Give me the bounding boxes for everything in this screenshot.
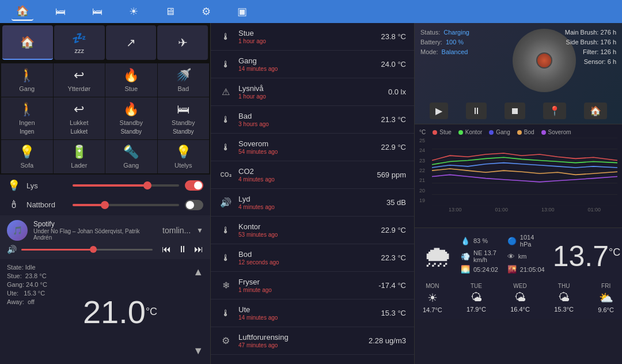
next-button[interactable]: ⏭ [194, 244, 203, 255]
sensor-co2-icon: CO₂ [219, 172, 233, 178]
room-lukket-status: Lukket [71, 128, 88, 135]
room-bad[interactable]: 🚿 Bad [158, 63, 210, 97]
sleep-icon: 💤 [72, 31, 86, 45]
pause-button[interactable]: ⏸ [178, 244, 187, 255]
room-ingen-status: Ingen [20, 128, 34, 135]
room-standby1-status: Standby [120, 128, 142, 135]
sensor-luft-icon: ⚙ [219, 335, 233, 346]
lys-slider[interactable] [73, 184, 179, 187]
sensor-bod[interactable]: 🌡 Bod 12 seconds ago 22.3 °C [211, 244, 414, 272]
music-user[interactable]: tomlin... [162, 226, 191, 235]
room-standby1[interactable]: 🔥 Standby Standby [105, 97, 157, 139]
control-lys: 💡 Lys [7, 179, 203, 192]
room-ytterdor-icon: ↩ [74, 68, 84, 83]
volume-slider[interactable] [21, 249, 153, 251]
nattbord-slider[interactable] [73, 204, 179, 206]
room-gang-label: Gang [19, 85, 35, 92]
sensor-ute[interactable]: 🌡 Ute 14 minutes ago 15.3 °C [211, 299, 414, 327]
robot-pause[interactable]: ⏸ [466, 103, 487, 119]
room-bad-icon: 🚿 [176, 68, 191, 83]
prev-button[interactable]: ⏮ [162, 244, 171, 255]
nav-settings[interactable]: ⚙ [197, 3, 215, 20]
nav-brightness[interactable]: ☀ [124, 3, 143, 20]
chart-svg [432, 138, 617, 206]
sensor-kontor[interactable]: 🌡 Kontor 53 minutes ago 22.9 °C [211, 217, 414, 244]
room-ingen[interactable]: 🚶 Ingen Ingen [1, 97, 53, 139]
room-gang[interactable]: 🚶 Gang [1, 63, 53, 97]
room-ytterdor-label: Ytterdør [67, 85, 90, 92]
room-sofa-icon: 💡 [19, 145, 35, 160]
robot-button[interactable] [536, 52, 552, 69]
sensor-stue-info: Stue 1 hour ago [238, 29, 375, 44]
room-utelys[interactable]: 💡 Utelys [158, 140, 210, 173]
sensor-gang-info: Gang 14 minutes ago [238, 56, 375, 72]
nav-display[interactable]: 🖥 [160, 3, 180, 20]
music-title: Under No Flag – Johan Söderqvist, Patrik… [33, 228, 157, 241]
sensor-co2[interactable]: CO₂ CO2 4 minutes ago 569 ppm [211, 161, 414, 189]
room-gang2-icon: 🔦 [123, 145, 139, 160]
plane-icon: ✈ [178, 36, 188, 50]
controls-section: 💡 Lys 🕯 Nattbord [0, 175, 210, 215]
nav-down[interactable]: ▼ [193, 345, 203, 357]
nav-up[interactable]: ▲ [193, 266, 203, 278]
room-stue[interactable]: 🔥 Stue [105, 63, 157, 97]
lys-toggle[interactable] [185, 180, 203, 191]
music-player: 🎵 Spotify Under No Flag – Johan Söderqvi… [0, 215, 210, 259]
sensor-gang[interactable]: 🌡 Gang 14 minutes ago 24.0 °C [211, 51, 414, 78]
room-standby2[interactable]: 🛏 Standby Standby [158, 97, 210, 139]
music-avatar: 🎵 [7, 220, 28, 241]
mode-away[interactable]: ↗ [106, 25, 157, 60]
wind-time: 05:24:02 [473, 266, 498, 273]
mode-buttons: 🏠 💤 zzz ↗ ✈ [0, 23, 210, 62]
room-ytterdor[interactable]: ↩ Ytterdør [54, 63, 105, 97]
sensor-lyd[interactable]: 🔊 Lyd 4 minutes ago 35 dB [211, 189, 414, 217]
robot-controls: ▶ ⏸ ⏹ 📍 🏠 [420, 103, 616, 119]
right-panel: Status: Charging Battery: 100 % Mode: Ba… [415, 23, 622, 364]
weather-details: 💧 83 % 🔵 1014 hPa 💨 NE 13.7 km/h 👁 [461, 234, 545, 274]
sensor-bod-info: Bod 12 seconds ago [238, 250, 375, 266]
chart-legend: °C Stue Kontor Gang Bod [419, 129, 617, 135]
robot-vacuum: Status: Charging Battery: 100 % Mode: Ba… [415, 23, 622, 124]
sensor-soverom[interactable]: 🌡 Soverom 54 minutes ago 22.9 °C [211, 134, 414, 161]
room-lader[interactable]: 🔋 Lader [54, 140, 105, 173]
robot-stop[interactable]: ⏹ [505, 103, 525, 119]
sensor-fryser[interactable]: ❄ Fryser 1 minute ago -17.4 °C [211, 272, 414, 299]
robot-locate[interactable]: 📍 [543, 103, 566, 119]
status-stue: Stue: 23.8 °C [7, 272, 47, 279]
room-lader-icon: 🔋 [71, 145, 87, 160]
robot-play[interactable]: ▶ [430, 103, 448, 119]
room-sofa[interactable]: 💡 Sofa [1, 140, 53, 173]
sensor-lysniva-icon: ⚠ [219, 86, 233, 97]
sensor-stue[interactable]: 🌡 Stue 1 hour ago 23.8 °C [211, 23, 414, 51]
mode-vacation[interactable]: ✈ [157, 25, 208, 60]
nattbord-icon: 🕯 [7, 199, 21, 211]
room-lukket[interactable]: ↩ Lukket Lukket [54, 97, 105, 139]
sensor-lysniva[interactable]: ⚠ Lysnivå 1 hour ago 0.0 lx [211, 78, 414, 106]
sensor-luft[interactable]: ⚙ Luftforurensing 47 minutes ago 2.28 ug… [211, 327, 414, 355]
nav-extra[interactable]: ▣ [233, 3, 252, 20]
sensor-lyd-info: Lyd 4 minutes ago [238, 195, 381, 210]
room-ingen-label: Ingen [19, 119, 35, 126]
room-lukket-label: Lukket [70, 119, 88, 126]
chart-area: 25242322212019 [419, 138, 617, 213]
legend-stue: Stue [433, 129, 452, 135]
expand-icon[interactable]: ▼ [196, 226, 203, 234]
wind-value: NE 13.7 km/h [473, 249, 498, 263]
nav-sleep1[interactable]: 🛏 [51, 3, 70, 20]
mode-home[interactable]: 🏠 [2, 25, 53, 60]
robot-home[interactable]: 🏠 [584, 103, 607, 119]
nav-home[interactable]: 🏠 [12, 2, 33, 21]
room-utelys-icon: 💡 [176, 145, 191, 160]
nav-sleep2[interactable]: 🛏 [88, 3, 107, 20]
sensor-luft-info: Luftforurensing 47 minutes ago [238, 333, 363, 348]
sensor-ute-info: Ute 14 minutes ago [238, 305, 375, 321]
sensor-bad[interactable]: 🌡 Bad 3 hours ago 21.3 °C [211, 106, 414, 134]
top-navigation: 🏠 🛏 🛏 ☀ 🖥 ⚙ ▣ [0, 0, 622, 23]
mode-sleep[interactable]: 💤 zzz [54, 25, 105, 60]
sensor-kontor-info: Kontor 53 minutes ago [238, 222, 375, 238]
nattbord-toggle[interactable] [185, 200, 203, 210]
room-bad-label: Bad [177, 85, 189, 92]
room-gang2[interactable]: 🔦 Gang [105, 140, 157, 173]
status-away: Away: off [7, 298, 47, 305]
sensor-soverom-icon: 🌡 [219, 142, 233, 153]
